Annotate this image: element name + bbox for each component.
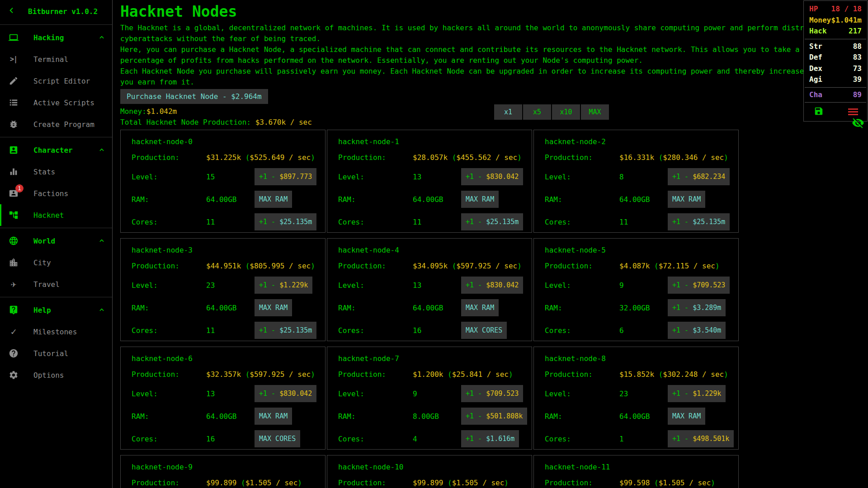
multiplier-x1-button[interactable]: x1 bbox=[494, 104, 522, 120]
node-cores-row: Cores:11+1 -$25.135m bbox=[132, 213, 325, 230]
ram-label: RAM: bbox=[338, 195, 413, 204]
collapse-sidebar-button[interactable] bbox=[8, 7, 15, 16]
upgrade-cores-button[interactable]: +1 -$25.135m bbox=[461, 213, 523, 230]
upgrade-cores-button[interactable]: +1 -$25.135m bbox=[255, 322, 316, 339]
max-ram-button[interactable]: MAX RAM bbox=[255, 191, 292, 208]
max-cores-button[interactable]: MAX CORES bbox=[255, 430, 300, 447]
node-level-row: Level:9+1 -$709.523 bbox=[338, 385, 532, 402]
production-label: Production: bbox=[132, 370, 206, 379]
upgrade-ram-button[interactable]: +1 -$3.289m bbox=[668, 299, 726, 316]
max-ram-button[interactable]: MAX RAM bbox=[461, 299, 499, 316]
production-value: $32.357k ($597.925 / sec) bbox=[206, 370, 315, 379]
upgrade-level-button[interactable]: +1 -$682.234 bbox=[668, 168, 730, 185]
app-title: Bitburner v1.0.2 bbox=[28, 7, 98, 16]
ram-label: RAM: bbox=[132, 304, 206, 312]
sidebar-item-tutorial[interactable]: Tutorial bbox=[0, 343, 112, 364]
production-value: $99.598 ($1.505 / sec) bbox=[619, 479, 715, 487]
hack-label: Hack bbox=[809, 26, 827, 37]
level-label: Level: bbox=[545, 281, 619, 290]
node-name: hacknet-node-0 bbox=[132, 136, 325, 147]
max-ram-button[interactable]: MAX RAM bbox=[461, 191, 499, 208]
sidebar-item-options[interactable]: Options bbox=[0, 364, 112, 386]
list-icon bbox=[8, 97, 19, 108]
upgrade-cores-button[interactable]: +1 -$1.616m bbox=[461, 430, 519, 447]
cores-label: Cores: bbox=[338, 326, 413, 335]
cores-value: 6 bbox=[619, 326, 668, 335]
city-icon bbox=[8, 257, 19, 268]
pencil-icon bbox=[8, 75, 19, 87]
max-ram-button[interactable]: MAX RAM bbox=[668, 191, 705, 208]
sidebar-item-stats[interactable]: Stats bbox=[0, 161, 112, 183]
question-circle-icon bbox=[8, 347, 19, 359]
multiplier-x10-button[interactable]: x10 bbox=[552, 104, 580, 120]
multiplier-max-button[interactable]: MAX bbox=[581, 104, 609, 120]
hack-value: 217 bbox=[849, 26, 862, 37]
hide-overview-button[interactable] bbox=[852, 117, 864, 131]
sidebar-section-hacking[interactable]: Hacking bbox=[0, 27, 112, 48]
divider bbox=[0, 137, 112, 137]
upgrade-ram-button[interactable]: +1 -$501.808k bbox=[461, 408, 527, 425]
upgrade-cores-button[interactable]: +1 -$25.135m bbox=[668, 213, 730, 230]
level-label: Level: bbox=[545, 173, 619, 181]
kill-scripts-button[interactable] bbox=[848, 108, 858, 115]
level-value: 15 bbox=[206, 173, 255, 181]
node-ram-row: RAM:64.00GBMAX RAM bbox=[132, 191, 325, 208]
sidebar-item-script-editor[interactable]: Script Editor bbox=[0, 70, 112, 92]
bitburner-app: Bitburner v1.0.2 Hacking >| Terminal Scr… bbox=[0, 0, 868, 488]
upgrade-level-button[interactable]: +1 -$830.042 bbox=[255, 385, 316, 402]
level-value: 13 bbox=[413, 281, 461, 290]
upgrade-level-button[interactable]: +1 -$830.042 bbox=[461, 168, 523, 185]
level-value: 23 bbox=[206, 281, 255, 290]
max-ram-button[interactable]: MAX RAM bbox=[255, 408, 292, 425]
upgrade-level-button[interactable]: +1 -$709.523 bbox=[668, 277, 730, 294]
level-value: 8 bbox=[619, 173, 668, 181]
sidebar-item-hacknet[interactable]: Hacknet bbox=[0, 204, 112, 226]
production-value: $99.899 ($1.505 / sec) bbox=[206, 479, 302, 487]
cores-label: Cores: bbox=[545, 435, 619, 443]
upgrade-level-button[interactable]: +1 -$1.229k bbox=[255, 277, 312, 294]
save-game-button[interactable] bbox=[814, 106, 824, 117]
sidebar-item-travel[interactable]: ✈ Travel bbox=[0, 273, 112, 295]
production-value: $34.095k ($597.925 / sec) bbox=[413, 262, 522, 270]
cores-label: Cores: bbox=[132, 326, 206, 335]
max-ram-button[interactable]: MAX RAM bbox=[668, 408, 705, 425]
sidebar-section-help[interactable]: Help bbox=[0, 299, 112, 321]
upgrade-level-button[interactable]: +1 -$830.042 bbox=[461, 277, 523, 294]
production-label: Production: bbox=[338, 370, 413, 379]
level-value: 23 bbox=[619, 389, 668, 398]
sidebar-item-milestones[interactable]: ✓ Milestones bbox=[0, 321, 112, 343]
sidebar-section-character[interactable]: Character bbox=[0, 139, 112, 161]
upgrade-cores-button[interactable]: +1 -$498.501k bbox=[668, 430, 734, 447]
sidebar-item-active-scripts[interactable]: Active Scripts bbox=[0, 92, 112, 113]
upgrade-cores-button[interactable]: +1 -$3.540m bbox=[668, 322, 726, 339]
sidebar-item-create-program[interactable]: Create Program bbox=[0, 113, 112, 135]
sidebar-item-factions[interactable]: 1 Factions bbox=[0, 183, 112, 204]
max-cores-button[interactable]: MAX CORES bbox=[461, 322, 507, 339]
upgrade-level-button[interactable]: +1 -$1.229k bbox=[668, 385, 726, 402]
sidebar-item-city[interactable]: City bbox=[0, 252, 112, 273]
kill-scripts-icon bbox=[848, 108, 858, 115]
upgrade-cores-button[interactable]: +1 -$25.135m bbox=[255, 213, 316, 230]
cores-label: Cores: bbox=[132, 218, 206, 226]
node-production-row: Production:$4.087k ($72.115 / sec) bbox=[545, 260, 738, 271]
ram-label: RAM: bbox=[545, 304, 619, 312]
node-cores-row: Cores:16MAX CORES bbox=[338, 322, 532, 339]
upgrade-level-button[interactable]: +1 -$709.523 bbox=[461, 385, 523, 402]
production-label: Production: bbox=[338, 262, 413, 270]
max-ram-button[interactable]: MAX RAM bbox=[255, 299, 292, 316]
multiplier-x5-button[interactable]: x5 bbox=[523, 104, 551, 120]
sidebar-header: Bitburner v1.0.2 bbox=[0, 0, 112, 23]
terminal-icon: >| bbox=[8, 53, 19, 65]
cores-value: 11 bbox=[206, 218, 255, 226]
sidebar-item-terminal[interactable]: >| Terminal bbox=[0, 48, 112, 70]
chevron-up-icon bbox=[99, 238, 105, 244]
purchase-hacknet-node-button[interactable]: Purchase Hacknet Node - $2.964m bbox=[120, 89, 268, 104]
agi-value: 39 bbox=[853, 74, 862, 85]
upgrade-level-button[interactable]: +1 -$897.773 bbox=[255, 168, 316, 185]
level-label: Level: bbox=[338, 281, 413, 290]
divider bbox=[805, 39, 866, 39]
sidebar-section-world[interactable]: World bbox=[0, 230, 112, 252]
page-title: Hacknet Nodes bbox=[120, 3, 868, 21]
production-value: $16.331k ($280.346 / sec) bbox=[619, 153, 728, 162]
node-level-row: Level:23+1 -$1.229k bbox=[132, 277, 325, 294]
